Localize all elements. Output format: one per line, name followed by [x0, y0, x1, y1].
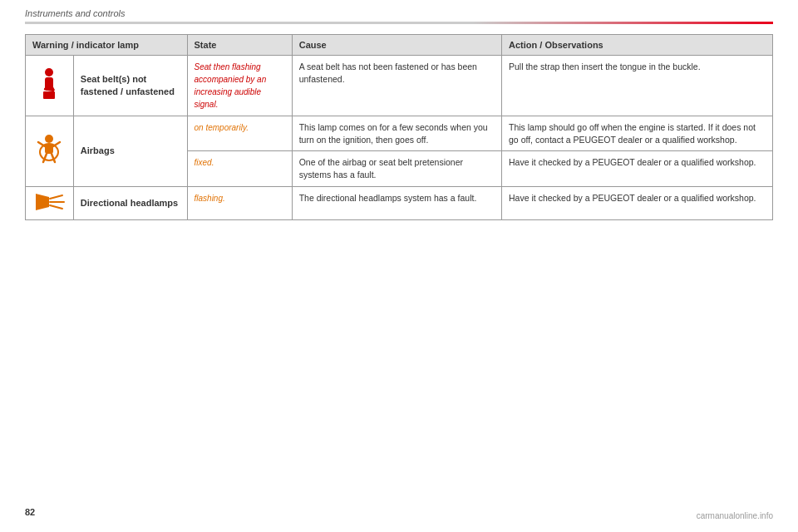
airbag-state-1: on temporarily.: [187, 116, 292, 151]
svg-point-0: [45, 68, 53, 76]
airbag-action-2: Have it checked by a PEUGEOT dealer or a…: [502, 151, 773, 186]
table-row: Airbags on temporarily. This lamp comes …: [26, 116, 773, 151]
header-line: [25, 22, 773, 24]
warning-table: Warning / indicator lamp State Cause Act…: [25, 34, 773, 220]
headlamp-state: flashing.: [187, 186, 292, 220]
svg-rect-6: [45, 144, 53, 154]
airbag-cause-2: One of the airbag or seat belt pretensio…: [292, 151, 501, 186]
seatbelt-state-text: Seat then flashing accompanied by an inc…: [195, 62, 267, 109]
seatbelt-icon: [36, 67, 62, 101]
table-row: Directional headlamps flashing. The dire…: [26, 186, 773, 220]
col-state: State: [187, 35, 292, 56]
col-warning: Warning / indicator lamp: [26, 35, 188, 56]
svg-line-12: [50, 195, 62, 199]
airbag-state-text-1: on temporarily.: [195, 123, 249, 132]
svg-line-14: [50, 205, 62, 209]
svg-point-5: [45, 135, 53, 143]
seatbelt-state: Seat then flashing accompanied by an inc…: [187, 56, 292, 116]
seatbelt-action: Pull the strap then insert the tongue in…: [502, 56, 773, 116]
svg-rect-4: [43, 91, 55, 99]
headlamp-action: Have it checked by a PEUGEOT dealer or a…: [502, 186, 773, 220]
table-row: Seat belt(s) not fastened / unfastened S…: [26, 56, 773, 116]
page-title: Instruments and controls: [25, 8, 125, 18]
airbag-label: Airbags: [73, 116, 187, 187]
col-action: Action / Observations: [502, 35, 773, 56]
seatbelt-cause: A seat belt has not been fastened or has…: [292, 56, 501, 116]
headlamp-label: Directional headlamps: [73, 186, 187, 220]
seatbelt-icon-cell: [26, 56, 74, 116]
watermark: carmanualonline.info: [697, 511, 773, 520]
airbag-state-text-2: fixed.: [195, 158, 214, 167]
headlamp-icon-cell: [26, 186, 74, 220]
page-number: 82: [25, 507, 35, 517]
airbag-state-2: fixed.: [187, 151, 292, 186]
airbag-icon-cell: [26, 116, 74, 187]
col-cause: Cause: [292, 35, 501, 56]
airbag-action-1: This lamp should go off when the engine …: [502, 116, 773, 151]
airbag-cause-1: This lamp comes on for a few seconds whe…: [292, 116, 501, 151]
headlamp-state-text: flashing.: [195, 194, 225, 203]
seatbelt-label: Seat belt(s) not fastened / unfastened: [73, 56, 187, 116]
headlamp-cause: The directional headlamps system has a f…: [292, 186, 501, 220]
main-content: Warning / indicator lamp State Cause Act…: [0, 34, 798, 220]
headlamp-icon: [32, 190, 66, 214]
airbag-icon: [33, 134, 65, 165]
